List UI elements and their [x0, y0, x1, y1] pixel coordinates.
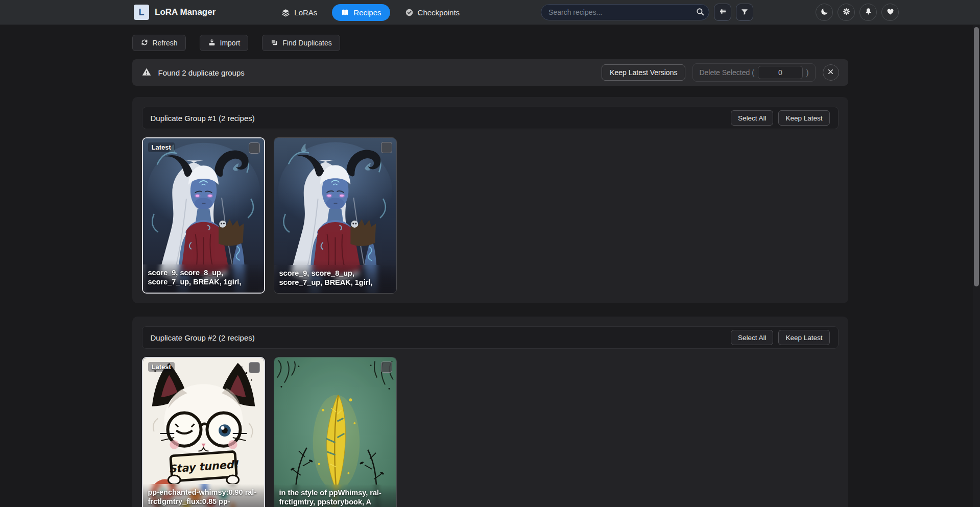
nav-tab-recipes[interactable]: Recipes — [332, 4, 390, 21]
group-1-select-all-button[interactable]: Select All — [731, 110, 774, 126]
import-button[interactable]: Import — [200, 35, 249, 51]
main-nav: LoRAs Recipes Checkpoints — [275, 4, 466, 21]
bell-icon — [864, 7, 873, 17]
nav-label-checkpoints: Checkpoints — [418, 8, 460, 17]
delete-selected-suffix: ) — [806, 68, 809, 77]
book-icon — [341, 8, 349, 17]
app-brand: L LoRA Manager — [134, 5, 216, 20]
search-area — [541, 4, 709, 20]
group-2-header: Duplicate Group #2 (2 recipes) Select Al… — [142, 326, 839, 349]
search-icon — [696, 7, 705, 18]
theme-toggle-button[interactable] — [816, 4, 833, 21]
group-1-header: Duplicate Group #1 (2 recipes) Select Al… — [142, 107, 839, 129]
card-caption: in the style of ppWhimsy, ral-frctlgmtry… — [274, 485, 396, 507]
banner-message-area: Found 2 duplicate groups — [141, 67, 245, 79]
funnel-filter-button[interactable] — [736, 4, 753, 21]
nav-tab-loras[interactable]: LoRAs — [275, 4, 324, 21]
banner-actions: Keep Latest Versions Delete Selected ( ) — [602, 63, 839, 82]
nav-label-loras: LoRAs — [294, 8, 317, 17]
latest-badge: Latest — [148, 142, 175, 152]
recipe-card[interactable]: Latest score_9, score_8_up, score_7_up, … — [142, 137, 265, 294]
card-caption: pp-enchanted-whimsy:0.90 ral-frctlgmtry_… — [143, 484, 264, 507]
duplicates-icon — [270, 38, 278, 48]
recipe-card[interactable]: Stay tuned! Latest pp-enchanted-whimsy:0… — [142, 357, 265, 507]
refresh-button[interactable]: Refresh — [132, 35, 186, 51]
funnel-icon — [740, 8, 749, 17]
warning-icon — [141, 67, 152, 79]
recipe-card[interactable]: score_9, score_8_up, score_7_up, BREAK, … — [274, 137, 397, 294]
moon-icon — [820, 7, 829, 17]
find-duplicates-label: Find Duplicates — [282, 39, 332, 47]
refresh-icon — [140, 38, 149, 48]
refresh-label: Refresh — [153, 39, 178, 47]
settings-button[interactable] — [838, 4, 855, 21]
close-icon — [827, 68, 834, 77]
card-caption: score_9, score_8_up, score_7_up, BREAK, … — [143, 264, 264, 293]
delete-selected-button[interactable]: Delete Selected ( ) — [692, 63, 815, 82]
card-checkbox[interactable] — [381, 361, 392, 373]
nav-tab-checkpoints[interactable]: Checkpoints — [398, 4, 467, 21]
selected-count-input[interactable] — [758, 66, 803, 79]
search-input[interactable] — [541, 4, 709, 20]
check-circle-icon — [405, 8, 414, 17]
nav-label-recipes: Recipes — [353, 8, 381, 17]
latest-badge: Latest — [148, 362, 175, 372]
search-button[interactable] — [693, 6, 707, 19]
favorites-button[interactable] — [881, 4, 899, 21]
toolbar: Refresh Import Find Duplicates — [132, 35, 848, 51]
delete-selected-prefix: Delete Selected ( — [699, 68, 754, 77]
group-1-cards: Latest score_9, score_8_up, score_7_up, … — [142, 137, 839, 294]
find-duplicates-button[interactable]: Find Duplicates — [262, 35, 340, 51]
top-bar: L LoRA Manager LoRAs Recipes Checkpoints — [0, 0, 980, 25]
banner-message: Found 2 duplicate groups — [158, 68, 245, 77]
import-label: Import — [220, 39, 241, 47]
app-title: LoRA Manager — [155, 7, 216, 17]
group-1-actions: Select All Keep Latest — [731, 110, 830, 126]
keep-latest-versions-button[interactable]: Keep Latest Versions — [602, 64, 685, 81]
app-logo-icon: L — [134, 5, 149, 20]
duplicates-banner: Found 2 duplicate groups Keep Latest Ver… — [132, 59, 848, 86]
group-2-select-all-button[interactable]: Select All — [731, 330, 774, 345]
recipe-card[interactable]: in the style of ppWhimsy, ral-frctlgmtry… — [274, 357, 397, 507]
header-actions — [816, 4, 899, 21]
sliders-icon — [719, 7, 727, 17]
group-1-title: Duplicate Group #1 (2 recipes) — [151, 114, 255, 123]
group-1-keep-latest-button[interactable]: Keep Latest — [778, 110, 829, 126]
card-checkbox[interactable] — [249, 142, 260, 154]
card-caption: score_9, score_8_up, score_7_up, BREAK, … — [274, 265, 396, 293]
heart-icon — [886, 7, 895, 17]
group-2-title: Duplicate Group #2 (2 recipes) — [151, 333, 255, 342]
card-checkbox[interactable] — [381, 142, 392, 153]
scrollbar-thumb[interactable] — [974, 27, 979, 286]
layers-icon — [281, 8, 290, 17]
sliders-filter-button[interactable] — [714, 4, 731, 21]
import-icon — [208, 38, 216, 48]
notifications-button[interactable] — [859, 4, 877, 21]
duplicate-group-1-panel: Duplicate Group #1 (2 recipes) Select Al… — [132, 97, 848, 303]
card-checkbox[interactable] — [249, 362, 260, 373]
banner-close-button[interactable] — [823, 64, 839, 81]
duplicate-group-2-panel: Duplicate Group #2 (2 recipes) Select Al… — [132, 317, 848, 507]
gear-icon — [842, 7, 851, 17]
main-content: Refresh Import Find Duplicates Found 2 d… — [132, 35, 848, 507]
group-2-cards: Stay tuned! Latest pp-enchanted-whimsy:0… — [142, 357, 839, 507]
group-2-actions: Select All Keep Latest — [731, 330, 830, 345]
group-2-keep-latest-button[interactable]: Keep Latest — [778, 330, 829, 345]
scrollbar-track[interactable] — [973, 25, 980, 507]
